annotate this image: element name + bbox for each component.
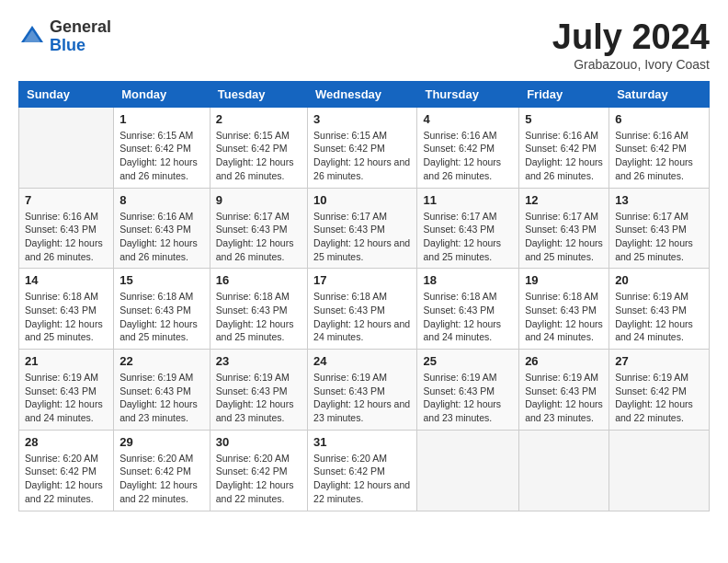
day-cell: 17Sunrise: 6:18 AMSunset: 6:43 PMDayligh… xyxy=(308,269,417,350)
day-cell: 19Sunrise: 6:18 AMSunset: 6:43 PMDayligh… xyxy=(519,269,609,350)
day-cell: 13Sunrise: 6:17 AMSunset: 6:43 PMDayligh… xyxy=(609,188,710,269)
day-cell: 12Sunrise: 6:17 AMSunset: 6:43 PMDayligh… xyxy=(519,188,609,269)
day-info: Sunrise: 6:18 AMSunset: 6:43 PMDaylight:… xyxy=(423,290,513,344)
day-number: 11 xyxy=(423,193,513,207)
day-number: 27 xyxy=(615,354,703,368)
day-info: Sunrise: 6:19 AMSunset: 6:43 PMDaylight:… xyxy=(313,371,411,425)
day-info: Sunrise: 6:20 AMSunset: 6:42 PMDaylight:… xyxy=(313,452,411,506)
logo: General Blue xyxy=(18,18,111,55)
day-cell xyxy=(19,107,114,188)
day-number: 26 xyxy=(525,354,603,368)
day-info: Sunrise: 6:19 AMSunset: 6:43 PMDaylight:… xyxy=(216,371,301,425)
day-number: 2 xyxy=(216,112,301,126)
header-saturday: Saturday xyxy=(609,81,710,107)
header-tuesday: Tuesday xyxy=(210,81,307,107)
day-cell: 27Sunrise: 6:19 AMSunset: 6:42 PMDayligh… xyxy=(609,350,710,431)
day-info: Sunrise: 6:20 AMSunset: 6:42 PMDaylight:… xyxy=(25,452,108,506)
week-row-3: 21Sunrise: 6:19 AMSunset: 6:43 PMDayligh… xyxy=(19,350,710,431)
day-info: Sunrise: 6:19 AMSunset: 6:43 PMDaylight:… xyxy=(423,371,513,425)
day-cell: 21Sunrise: 6:19 AMSunset: 6:43 PMDayligh… xyxy=(19,350,114,431)
day-number: 6 xyxy=(615,112,703,126)
day-number: 22 xyxy=(119,354,204,368)
header-thursday: Thursday xyxy=(417,81,519,107)
logo-blue-text: Blue xyxy=(50,37,111,55)
day-number: 30 xyxy=(216,435,301,449)
day-info: Sunrise: 6:18 AMSunset: 6:43 PMDaylight:… xyxy=(313,290,411,344)
day-info: Sunrise: 6:19 AMSunset: 6:42 PMDaylight:… xyxy=(615,371,703,425)
day-info: Sunrise: 6:19 AMSunset: 6:43 PMDaylight:… xyxy=(525,371,603,425)
day-number: 13 xyxy=(615,193,703,207)
day-number: 12 xyxy=(525,193,603,207)
day-info: Sunrise: 6:18 AMSunset: 6:43 PMDaylight:… xyxy=(525,290,603,344)
day-cell: 22Sunrise: 6:19 AMSunset: 6:43 PMDayligh… xyxy=(114,350,210,431)
day-cell: 25Sunrise: 6:19 AMSunset: 6:43 PMDayligh… xyxy=(417,350,519,431)
day-number: 31 xyxy=(313,435,411,449)
day-number: 23 xyxy=(216,354,301,368)
header: General Blue July 2024 Grabazouo, Ivory … xyxy=(18,18,710,72)
day-number: 19 xyxy=(525,273,603,287)
day-info: Sunrise: 6:17 AMSunset: 6:43 PMDaylight:… xyxy=(615,210,703,264)
day-number: 5 xyxy=(525,112,603,126)
day-info: Sunrise: 6:16 AMSunset: 6:42 PMDaylight:… xyxy=(525,129,603,183)
day-number: 28 xyxy=(25,435,108,449)
day-info: Sunrise: 6:18 AMSunset: 6:43 PMDaylight:… xyxy=(25,290,108,344)
header-sunday: Sunday xyxy=(19,81,114,107)
location-subtitle: Grabazouo, Ivory Coast xyxy=(552,57,710,72)
day-info: Sunrise: 6:17 AMSunset: 6:43 PMDaylight:… xyxy=(313,210,411,264)
day-cell: 28Sunrise: 6:20 AMSunset: 6:42 PMDayligh… xyxy=(19,430,114,511)
day-info: Sunrise: 6:20 AMSunset: 6:42 PMDaylight:… xyxy=(216,452,301,506)
week-row-4: 28Sunrise: 6:20 AMSunset: 6:42 PMDayligh… xyxy=(19,430,710,511)
day-info: Sunrise: 6:19 AMSunset: 6:43 PMDaylight:… xyxy=(119,371,204,425)
day-number: 24 xyxy=(313,354,411,368)
day-cell: 2Sunrise: 6:15 AMSunset: 6:42 PMDaylight… xyxy=(210,107,307,188)
day-number: 8 xyxy=(119,193,204,207)
header-friday: Friday xyxy=(519,81,609,107)
day-cell: 10Sunrise: 6:17 AMSunset: 6:43 PMDayligh… xyxy=(308,188,417,269)
calendar-table: SundayMondayTuesdayWednesdayThursdayFrid… xyxy=(18,81,710,511)
day-info: Sunrise: 6:19 AMSunset: 6:43 PMDaylight:… xyxy=(25,371,108,425)
day-number: 1 xyxy=(119,112,204,126)
day-info: Sunrise: 6:16 AMSunset: 6:43 PMDaylight:… xyxy=(25,210,108,264)
day-number: 25 xyxy=(423,354,513,368)
day-cell: 7Sunrise: 6:16 AMSunset: 6:43 PMDaylight… xyxy=(19,188,114,269)
week-row-2: 14Sunrise: 6:18 AMSunset: 6:43 PMDayligh… xyxy=(19,269,710,350)
day-info: Sunrise: 6:16 AMSunset: 6:43 PMDaylight:… xyxy=(119,210,204,264)
day-info: Sunrise: 6:15 AMSunset: 6:42 PMDaylight:… xyxy=(313,129,411,183)
day-number: 14 xyxy=(25,273,108,287)
week-row-0: 1Sunrise: 6:15 AMSunset: 6:42 PMDaylight… xyxy=(19,107,710,188)
day-cell: 5Sunrise: 6:16 AMSunset: 6:42 PMDaylight… xyxy=(519,107,609,188)
day-cell xyxy=(609,430,710,511)
week-row-1: 7Sunrise: 6:16 AMSunset: 6:43 PMDaylight… xyxy=(19,188,710,269)
day-cell: 18Sunrise: 6:18 AMSunset: 6:43 PMDayligh… xyxy=(417,269,519,350)
day-info: Sunrise: 6:16 AMSunset: 6:42 PMDaylight:… xyxy=(615,129,703,183)
day-info: Sunrise: 6:20 AMSunset: 6:42 PMDaylight:… xyxy=(119,452,204,506)
logo-text: General Blue xyxy=(50,18,111,55)
day-info: Sunrise: 6:18 AMSunset: 6:43 PMDaylight:… xyxy=(216,290,301,344)
day-cell: 16Sunrise: 6:18 AMSunset: 6:43 PMDayligh… xyxy=(210,269,307,350)
day-cell: 26Sunrise: 6:19 AMSunset: 6:43 PMDayligh… xyxy=(519,350,609,431)
day-info: Sunrise: 6:17 AMSunset: 6:43 PMDaylight:… xyxy=(216,210,301,264)
day-number: 4 xyxy=(423,112,513,126)
logo-general-text: General xyxy=(50,18,111,37)
day-number: 20 xyxy=(615,273,703,287)
day-number: 17 xyxy=(313,273,411,287)
day-number: 10 xyxy=(313,193,411,207)
day-info: Sunrise: 6:17 AMSunset: 6:43 PMDaylight:… xyxy=(423,210,513,264)
calendar-header-row: SundayMondayTuesdayWednesdayThursdayFrid… xyxy=(19,81,710,107)
day-cell: 31Sunrise: 6:20 AMSunset: 6:42 PMDayligh… xyxy=(308,430,417,511)
day-cell: 11Sunrise: 6:17 AMSunset: 6:43 PMDayligh… xyxy=(417,188,519,269)
day-cell: 23Sunrise: 6:19 AMSunset: 6:43 PMDayligh… xyxy=(210,350,307,431)
month-title: July 2024 xyxy=(552,18,710,57)
day-cell: 1Sunrise: 6:15 AMSunset: 6:42 PMDaylight… xyxy=(114,107,210,188)
day-number: 15 xyxy=(119,273,204,287)
day-cell: 6Sunrise: 6:16 AMSunset: 6:42 PMDaylight… xyxy=(609,107,710,188)
day-info: Sunrise: 6:15 AMSunset: 6:42 PMDaylight:… xyxy=(216,129,301,183)
day-cell: 3Sunrise: 6:15 AMSunset: 6:42 PMDaylight… xyxy=(308,107,417,188)
day-number: 18 xyxy=(423,273,513,287)
day-info: Sunrise: 6:18 AMSunset: 6:43 PMDaylight:… xyxy=(119,290,204,344)
day-info: Sunrise: 6:16 AMSunset: 6:42 PMDaylight:… xyxy=(423,129,513,183)
day-cell: 24Sunrise: 6:19 AMSunset: 6:43 PMDayligh… xyxy=(308,350,417,431)
day-number: 29 xyxy=(119,435,204,449)
day-cell: 9Sunrise: 6:17 AMSunset: 6:43 PMDaylight… xyxy=(210,188,307,269)
day-number: 9 xyxy=(216,193,301,207)
